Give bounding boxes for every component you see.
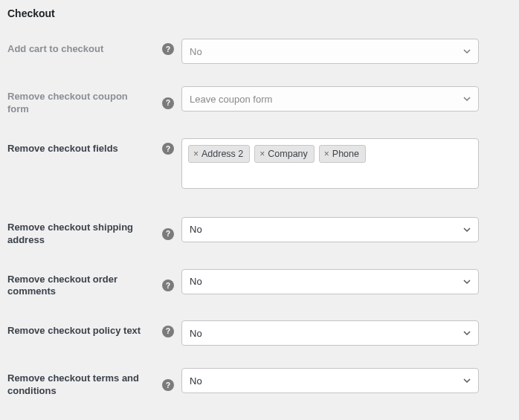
- help-icon[interactable]: ?: [162, 228, 174, 240]
- label-col: Add cart to checkout ?: [7, 39, 181, 56]
- chevron-down-icon: [463, 278, 471, 285]
- page-title: Checkout: [7, 7, 512, 19]
- chevron-down-icon: [463, 329, 471, 337]
- label-col: Remove checkout shipping address ?: [7, 217, 181, 247]
- tag-label: Phone: [332, 149, 359, 159]
- remove-fields-multiselect[interactable]: × Address 2 × Company × Phone: [181, 138, 479, 189]
- chevron-down-icon: [463, 95, 471, 103]
- add-cart-value: No: [190, 46, 202, 57]
- help-icon[interactable]: ?: [162, 280, 174, 291]
- field-col: No: [181, 368, 512, 393]
- row-remove-fields: Remove checkout fields ? × Address 2 × C…: [7, 138, 512, 189]
- remove-shipping-value: No: [190, 224, 202, 235]
- remove-policy-select[interactable]: No: [181, 320, 479, 346]
- help-icon[interactable]: ?: [162, 97, 174, 109]
- chevron-down-icon: [463, 226, 471, 233]
- help-icon[interactable]: ?: [162, 43, 174, 55]
- tag-company[interactable]: × Company: [254, 145, 315, 163]
- remove-shipping-select[interactable]: No: [181, 217, 479, 242]
- tag-label: Address 2: [202, 149, 243, 159]
- remove-policy-value: No: [190, 328, 202, 339]
- field-col: No: [181, 320, 512, 346]
- remove-terms-select[interactable]: No: [181, 368, 479, 393]
- field-col: No: [181, 217, 512, 242]
- remove-coupon-select[interactable]: Leave coupon form: [181, 86, 479, 112]
- label-col: Remove checkout terms and conditions ?: [7, 368, 181, 398]
- remove-terms-value: No: [190, 375, 202, 387]
- row-remove-comments: Remove checkout order comments ? No: [7, 269, 512, 299]
- remove-tag-icon[interactable]: ×: [193, 149, 199, 158]
- remove-comments-select[interactable]: No: [181, 269, 479, 294]
- row-add-cart: Add cart to checkout ? No: [7, 39, 512, 64]
- remove-tag-icon[interactable]: ×: [260, 149, 265, 158]
- field-col: Leave coupon form: [181, 86, 512, 112]
- help-icon[interactable]: ?: [162, 379, 174, 391]
- add-cart-label: Add cart to checkout: [7, 43, 103, 56]
- label-col: Remove checkout order comments ?: [7, 269, 181, 299]
- remove-comments-label: Remove checkout order comments: [7, 274, 149, 299]
- remove-terms-label: Remove checkout terms and conditions: [7, 372, 149, 398]
- field-col: No: [181, 269, 512, 294]
- remove-shipping-label: Remove checkout shipping address: [7, 222, 149, 247]
- row-remove-shipping: Remove checkout shipping address ? No: [7, 217, 512, 247]
- help-icon[interactable]: ?: [162, 143, 174, 155]
- label-col: Remove checkout fields ?: [7, 138, 181, 155]
- field-col: No: [181, 39, 512, 64]
- remove-policy-label: Remove checkout policy text: [7, 325, 141, 337]
- add-cart-select[interactable]: No: [181, 39, 479, 64]
- remove-coupon-label: Remove checkout coupon form: [7, 91, 149, 116]
- help-icon[interactable]: ?: [162, 326, 174, 337]
- field-col: × Address 2 × Company × Phone: [181, 138, 512, 189]
- remove-fields-label: Remove checkout fields: [7, 143, 118, 155]
- label-col: Remove checkout policy text ?: [7, 320, 181, 337]
- tag-phone[interactable]: × Phone: [319, 145, 366, 163]
- chevron-down-icon: [463, 377, 471, 384]
- chevron-down-icon: [463, 48, 471, 55]
- remove-coupon-value: Leave coupon form: [190, 94, 272, 105]
- row-remove-policy: Remove checkout policy text ? No: [7, 320, 512, 346]
- tag-label: Company: [268, 149, 308, 159]
- label-col: Remove checkout coupon form ?: [7, 86, 181, 116]
- tag-address-2[interactable]: × Address 2: [188, 145, 250, 163]
- row-remove-coupon: Remove checkout coupon form ? Leave coup…: [7, 86, 512, 116]
- row-remove-terms: Remove checkout terms and conditions ? N…: [7, 368, 512, 398]
- remove-tag-icon[interactable]: ×: [324, 149, 329, 158]
- remove-comments-value: No: [190, 276, 202, 287]
